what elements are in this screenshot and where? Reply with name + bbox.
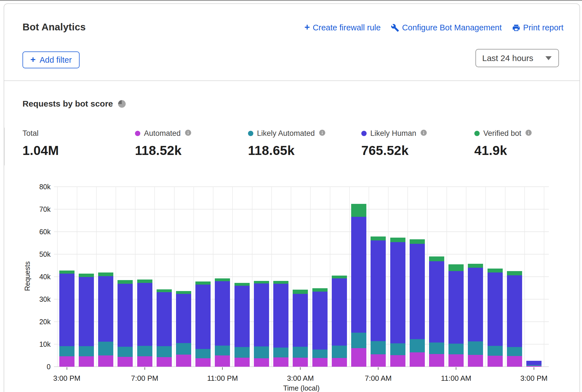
bar-1200pm[interactable] <box>468 264 483 367</box>
bar-segment-automated <box>390 355 405 367</box>
bar-200am[interactable] <box>273 281 288 367</box>
bar-segment-likely-automated <box>390 343 405 355</box>
bar-1000am[interactable] <box>429 256 444 367</box>
bar-segment-likely-automated <box>488 346 503 355</box>
info-icon[interactable] <box>525 129 532 138</box>
bar-segment-automated <box>118 357 133 367</box>
y-tick-label: 80k <box>4 183 51 191</box>
bar-segment-likely-human <box>195 285 211 349</box>
bar-segment-automated <box>137 356 152 367</box>
info-icon[interactable] <box>319 129 326 138</box>
bar-segment-automated <box>507 356 522 367</box>
bar-segment-likely-automated <box>332 346 347 358</box>
bar-300am[interactable] <box>293 290 308 367</box>
bar-segment-verified-bot <box>488 269 503 272</box>
bar-900pm[interactable] <box>176 291 191 367</box>
bar-segment-automated <box>468 355 483 367</box>
bar-segment-verified-bot <box>215 278 230 281</box>
bar-segment-automated <box>234 358 250 367</box>
bar-800pm[interactable] <box>157 289 172 367</box>
bar-segment-verified-bot <box>371 236 386 240</box>
bar-segment-likely-automated <box>157 346 172 357</box>
bar-500pm[interactable] <box>98 272 113 367</box>
bar-segment-likely-automated <box>507 347 522 356</box>
bar-segment-likely-automated <box>254 346 269 358</box>
bar-segment-likely-human <box>293 294 308 347</box>
x-tick-label: 7:00 AM <box>353 374 403 383</box>
bar-segment-automated <box>195 358 211 367</box>
bar-700pm[interactable] <box>137 280 152 367</box>
x-tick <box>378 367 378 370</box>
bar-500am[interactable] <box>332 276 347 367</box>
bar-segment-automated <box>176 355 191 367</box>
info-icon[interactable] <box>184 129 192 138</box>
section-title-row: Requests by bot score <box>22 99 126 109</box>
bar-900am[interactable] <box>410 239 425 367</box>
info-icon[interactable] <box>420 129 427 138</box>
bar-300pm[interactable] <box>59 271 75 367</box>
bar-segment-likely-automated <box>429 343 444 354</box>
bar-100pm[interactable] <box>488 269 503 367</box>
bar-200pm[interactable] <box>507 271 522 367</box>
print-report-link[interactable]: Print report <box>512 23 563 32</box>
bar-segment-verified-bot <box>332 276 347 278</box>
x-tick-label: 3:00 PM <box>42 374 92 383</box>
bar-segment-automated <box>98 355 113 367</box>
bar-segment-automated <box>526 366 542 367</box>
bar-400pm[interactable] <box>79 274 94 367</box>
bar-segment-likely-human <box>332 278 347 345</box>
bar-segment-likely-human <box>254 283 269 346</box>
bar-1200am[interactable] <box>234 283 250 367</box>
x-tick-label: 3:00 AM <box>275 374 326 383</box>
y-tick-label: 40k <box>4 272 51 281</box>
bar-100am[interactable] <box>254 281 269 367</box>
gridline <box>54 209 549 209</box>
y-tick-label: 70k <box>4 205 51 213</box>
gridline <box>54 186 549 187</box>
bar-segment-likely-human <box>118 284 133 347</box>
plus-icon: + <box>30 55 36 64</box>
bar-segment-likely-human <box>234 286 250 347</box>
time-range-select[interactable]: Last 24 hours <box>475 49 559 67</box>
bar-700am[interactable] <box>371 236 386 367</box>
bar-segment-verified-bot <box>176 291 191 294</box>
stat-value: 118.65k <box>248 143 326 158</box>
bar-1100am[interactable] <box>448 264 464 367</box>
bar-segment-verified-bot <box>390 238 405 242</box>
bar-600pm[interactable] <box>118 280 133 367</box>
bar-segment-likely-human <box>526 361 542 365</box>
bar-300pm[interactable] <box>526 361 542 367</box>
y-tick-label: 30k <box>4 295 51 303</box>
bar-segment-verified-bot <box>351 204 366 217</box>
bar-segment-verified-bot <box>195 281 211 285</box>
stats-row: Total 1.04M Automated 118.52k Likely Aut… <box>4 128 579 167</box>
bar-segment-likely-automated <box>312 350 328 358</box>
x-axis-title: Time (local) <box>283 384 320 392</box>
bar-segment-likely-human <box>448 271 464 344</box>
bar-600am[interactable] <box>351 204 366 367</box>
bar-1100pm[interactable] <box>215 278 230 367</box>
stat-verified-bot: Verified bot 41.9k <box>474 129 532 158</box>
bar-segment-verified-bot <box>254 281 269 283</box>
gridline <box>54 254 549 254</box>
x-tick <box>300 367 301 370</box>
create-firewall-rule-link[interactable]: + Create firewall rule <box>304 23 381 32</box>
bar-segment-automated <box>254 358 269 367</box>
stat-value: 1.04M <box>22 143 59 158</box>
stat-label: Verified bot <box>483 129 521 138</box>
bar-segment-likely-human <box>390 242 405 343</box>
configure-bot-management-link[interactable]: Configure Bot Management <box>391 23 502 32</box>
bar-segment-likely-human <box>59 274 75 346</box>
requests-by-bot-score-chart[interactable] <box>54 187 549 367</box>
legend-dot <box>361 131 367 136</box>
legend-dot <box>135 131 140 136</box>
bar-segment-automated <box>293 358 308 367</box>
bar-segment-likely-human <box>468 268 483 341</box>
bar-1000pm[interactable] <box>195 281 211 367</box>
pie-chart-icon <box>118 100 126 108</box>
bar-400am[interactable] <box>312 288 328 367</box>
add-filter-button[interactable]: + Add filter <box>22 51 80 68</box>
window-top-edge <box>0 0 582 1</box>
bar-segment-automated <box>410 352 425 367</box>
bar-800am[interactable] <box>390 238 405 367</box>
